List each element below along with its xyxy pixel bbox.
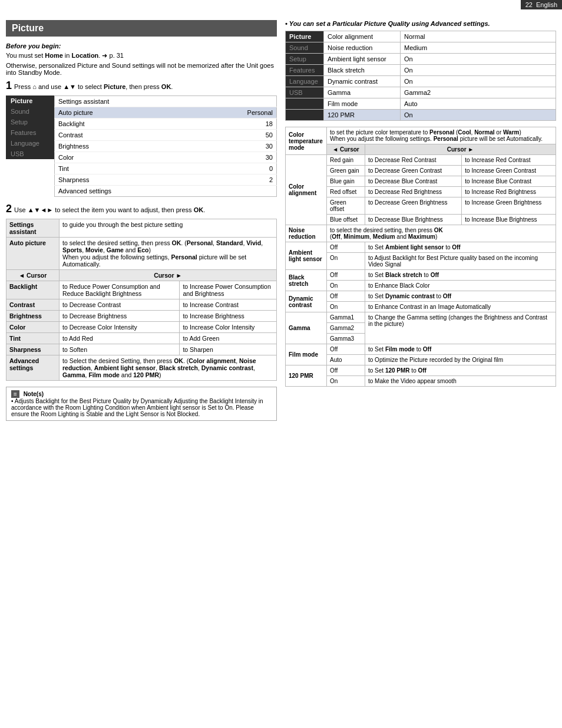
black-stretch-on-val: On bbox=[327, 281, 365, 291]
film-mode-section-label: Film mode bbox=[286, 344, 327, 365]
film-auto-desc: to Optimize the Picture recorded by the … bbox=[365, 355, 556, 365]
note-label: Note(s) bbox=[24, 391, 44, 397]
color-temp-mode-desc: to set the picture color temperature to … bbox=[327, 127, 556, 144]
st-pmr-val: On bbox=[401, 110, 556, 121]
green-offset-label: Green offset bbox=[327, 197, 365, 215]
row-tint-right: to Add Green bbox=[180, 333, 277, 344]
black-stretch-section-label: Black stretch bbox=[286, 270, 327, 291]
menu-item-brightness: Brightness bbox=[55, 141, 199, 152]
menu-item-backlight: Backlight bbox=[55, 118, 199, 130]
row-color-right: to Increase Color Intensity bbox=[180, 322, 277, 333]
ambient-on-val: On bbox=[327, 253, 365, 270]
red-gain-label: Red gain bbox=[327, 155, 365, 166]
dynamic-contrast-section-label: Dynamic contrast bbox=[286, 291, 327, 312]
st-features-sidebar: Features bbox=[286, 65, 324, 76]
red-gain-right: to Increase Red Contrast bbox=[462, 155, 556, 166]
menu-sidebar-usb: USB bbox=[6, 149, 54, 159]
st-black-stretch-label: Black stretch bbox=[324, 65, 401, 76]
st-ambient-val: On bbox=[401, 54, 556, 65]
step1-num: 1 bbox=[6, 80, 12, 92]
menu-sidebar-language: Language bbox=[6, 138, 54, 149]
dynamic-on-val: On bbox=[327, 302, 365, 312]
film-off-desc: to Set Film mode to Off bbox=[365, 344, 556, 355]
blue-offset-left: to Decrease Blue Brightness bbox=[365, 215, 462, 225]
color-temp-mode-label: Color temperature mode bbox=[286, 127, 327, 155]
step2-table: Settings assistant to guide you through … bbox=[6, 219, 277, 381]
film-auto-val: Auto bbox=[327, 355, 365, 365]
st-gamma-val: Gamma2 bbox=[401, 87, 556, 98]
noise-reduction-desc: to select the desired setting, then pres… bbox=[327, 225, 556, 242]
color-align-cursor-right: Cursor ► bbox=[365, 144, 556, 155]
settings-overview-table: Picture Color alignment Normal Sound Noi… bbox=[285, 31, 556, 121]
menu-sidebar-features: Features bbox=[6, 127, 54, 138]
menu-item-tint: Tint bbox=[55, 163, 199, 174]
step1-text: Press ⌂ and use ▲▼ to select Picture, th… bbox=[14, 83, 173, 90]
row-backlight-left: to Reduce Power Consumption and Reduce B… bbox=[59, 281, 180, 299]
st-gamma-label: Gamma bbox=[324, 87, 401, 98]
dynamic-off-desc: to Set Dynamic contrast to Off bbox=[365, 291, 556, 302]
ambient-off-desc: to Set Ambient light sensor to Off bbox=[365, 242, 556, 253]
pmr-off-desc: to Set 120 PMR to Off bbox=[365, 365, 556, 376]
before-begin-label: Before you begin: bbox=[6, 42, 277, 50]
page-number: 22 bbox=[525, 1, 533, 8]
blue-gain-label: Blue gain bbox=[327, 176, 365, 187]
pmr-section-label: 120 PMR bbox=[286, 365, 327, 387]
dynamic-off-val: Off bbox=[327, 291, 365, 302]
intro-text-2: Otherwise, personalized Picture and Soun… bbox=[6, 62, 277, 76]
menu-item-contrast-val: 50 bbox=[198, 130, 276, 141]
blue-offset-label: Blue offset bbox=[327, 215, 365, 225]
row-settings-assistant-desc: to guide you through the best picture se… bbox=[59, 219, 277, 238]
color-align-cursor-left: ◄ Cursor bbox=[327, 144, 365, 155]
st-color-alignment-label: Color alignment bbox=[324, 31, 401, 42]
film-off-val: Off bbox=[327, 344, 365, 355]
menu-sidebar-sound: Sound bbox=[6, 106, 54, 117]
row-auto-picture-desc: to select the desired setting, then pres… bbox=[59, 238, 277, 270]
st-pic-sidebar: Picture bbox=[286, 31, 324, 42]
menu-item-settings-assistant: Settings assistant bbox=[55, 96, 199, 107]
location-bold: Location bbox=[72, 52, 99, 59]
note-text: • Adjusts Backlight for the Best Picture… bbox=[11, 398, 263, 417]
menu-sidebar-picture: Picture bbox=[6, 95, 54, 106]
st-film-label: Film mode bbox=[324, 98, 401, 110]
cursor-left-header: ◄ Cursor bbox=[6, 270, 59, 281]
step2-num: 2 bbox=[6, 203, 12, 215]
step1-line: 1 Press ⌂ and use ▲▼ to select Picture, … bbox=[6, 80, 277, 92]
cursor-right-header: Cursor ► bbox=[59, 270, 277, 281]
menu-sidebar-setup: Setup bbox=[6, 117, 54, 127]
pmr-on-val: On bbox=[327, 376, 365, 387]
row-color-header: Color bbox=[6, 322, 59, 333]
menu-item-backlight-val: 18 bbox=[198, 118, 276, 130]
step2-text: Use ▲▼◄► to select the item you want to … bbox=[14, 206, 205, 213]
row-brightness-right: to Increase Brightness bbox=[180, 311, 277, 322]
st-black-stretch-val: On bbox=[401, 65, 556, 76]
row-brightness-header: Brightness bbox=[6, 311, 59, 322]
blue-gain-right: to Increase Blue Contrast bbox=[462, 176, 556, 187]
menu-item-color: Color bbox=[55, 152, 199, 163]
row-tint-left: to Add Red bbox=[59, 333, 180, 344]
row-advanced-desc: to Select the desired Setting, then pres… bbox=[59, 355, 277, 381]
color-alignment-section-label: Color alignment bbox=[286, 155, 327, 225]
step2-line: 2 Use ▲▼◄► to select the item you want t… bbox=[6, 203, 277, 215]
page-title: Picture bbox=[6, 20, 277, 37]
menu-item-auto-picture: Auto picture bbox=[55, 107, 199, 118]
st-ambient-label: Ambient light sensor bbox=[324, 54, 401, 65]
menu-item-sharpness: Sharpness bbox=[55, 174, 199, 186]
big-detail-table: Color temperature mode to set the pictur… bbox=[285, 127, 556, 387]
row-advanced-header: Advanced settings bbox=[6, 355, 59, 381]
row-backlight-right: to Increase Power Consumption and Bright… bbox=[180, 281, 277, 299]
step1-menu-table: Picture Sound Setup Features Language US… bbox=[6, 95, 277, 197]
right-intro-text: • You can set a Particular Picture Quali… bbox=[285, 20, 490, 27]
green-offset-right: to Increase Green Brightness bbox=[462, 197, 556, 215]
menu-item-tint-val: 0 bbox=[198, 163, 276, 174]
note-box: ≡ Note(s) • Adjusts Backlight for the Be… bbox=[6, 387, 277, 421]
st-film-val: Auto bbox=[401, 98, 556, 110]
gamma1-val: Gamma1 bbox=[327, 312, 365, 323]
note-icon: ≡ bbox=[11, 390, 19, 398]
menu-item-sharpness-val: 2 bbox=[198, 174, 276, 186]
row-sharpness-right: to Sharpen bbox=[180, 344, 277, 355]
black-stretch-off-desc: to Set Black stretch to Off bbox=[365, 270, 556, 281]
row-contrast-header: Contrast bbox=[6, 299, 59, 311]
green-gain-right: to Increase Green Contrast bbox=[462, 166, 556, 176]
gamma2-val: Gamma2 bbox=[327, 323, 365, 334]
row-contrast-left: to Decrease Contrast bbox=[59, 299, 180, 311]
